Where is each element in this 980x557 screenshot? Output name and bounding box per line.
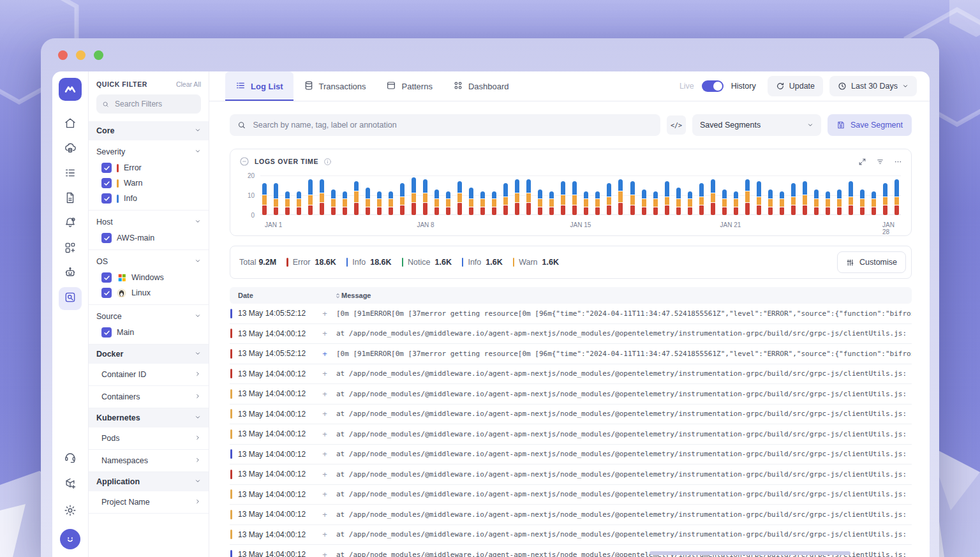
expand-row-button[interactable]: + bbox=[313, 470, 336, 479]
filter-subsection-header[interactable]: OS bbox=[96, 256, 201, 270]
chart-filter-icon[interactable] bbox=[876, 158, 884, 166]
save-segment-button[interactable]: Save Segment bbox=[828, 114, 912, 136]
live-history-toggle[interactable] bbox=[702, 80, 724, 92]
nav-home[interactable] bbox=[59, 113, 82, 136]
sort-icon[interactable] bbox=[334, 292, 341, 299]
chart-bar[interactable] bbox=[274, 183, 278, 215]
chart-bar[interactable] bbox=[653, 191, 658, 215]
chart-bar[interactable] bbox=[803, 181, 807, 215]
filter-option-windows[interactable]: Windows bbox=[96, 270, 201, 285]
chart-bar[interactable] bbox=[676, 188, 681, 215]
filter-option-info[interactable]: Info bbox=[96, 191, 201, 206]
filter-option-linux[interactable]: Linux bbox=[96, 285, 201, 301]
chart-bar[interactable] bbox=[642, 189, 646, 215]
nav-integrations[interactable] bbox=[59, 473, 82, 496]
chart-bar[interactable] bbox=[688, 191, 692, 215]
nav-assistant-bot[interactable] bbox=[59, 262, 82, 285]
filter-link-container-id[interactable]: Container ID bbox=[89, 364, 209, 386]
chart-bar[interactable] bbox=[837, 189, 842, 215]
filter-group-docker[interactable]: Docker bbox=[89, 345, 209, 364]
log-row[interactable]: 13 May 14:05:52:12+[0m [91mERROR[0m [37m… bbox=[230, 344, 912, 364]
checkbox-checked[interactable] bbox=[101, 288, 112, 298]
chart-bar[interactable] bbox=[400, 183, 405, 215]
filter-link-project-name[interactable]: Project Name bbox=[89, 491, 209, 514]
checkbox-checked[interactable] bbox=[101, 272, 112, 283]
checkbox-checked[interactable] bbox=[101, 233, 112, 243]
chart-bar[interactable] bbox=[814, 189, 819, 215]
nav-log-search[interactable] bbox=[59, 287, 82, 310]
expand-row-button[interactable]: + bbox=[313, 510, 336, 519]
chart-bar[interactable] bbox=[711, 179, 715, 215]
checkbox-checked[interactable] bbox=[101, 178, 112, 188]
filter-option-aws-main[interactable]: AWS-main bbox=[96, 230, 201, 246]
chart-bar[interactable] bbox=[895, 179, 899, 215]
chart-bar[interactable] bbox=[584, 191, 588, 215]
checkbox-checked[interactable] bbox=[101, 163, 112, 173]
log-row[interactable]: 13 May 14:04:00:12+at /app/node_modules/… bbox=[230, 364, 912, 385]
chart-bar[interactable] bbox=[446, 191, 450, 215]
nav-dashboards[interactable] bbox=[59, 237, 82, 260]
expand-row-button[interactable]: + bbox=[313, 369, 336, 378]
expand-row-button[interactable]: + bbox=[313, 409, 336, 419]
chart-bar[interactable] bbox=[768, 189, 773, 215]
chart-bar[interactable] bbox=[757, 181, 761, 215]
expand-row-button[interactable]: + bbox=[313, 349, 336, 359]
chart-bar[interactable] bbox=[595, 191, 600, 215]
chart-more-icon[interactable] bbox=[894, 158, 902, 166]
nav-support-headset[interactable] bbox=[59, 447, 82, 470]
chart-bar[interactable] bbox=[561, 181, 565, 215]
log-row[interactable]: 13 May 14:04:00:12+at /app/node_modules/… bbox=[230, 405, 912, 425]
chart-bar[interactable] bbox=[297, 191, 301, 215]
chart-bar[interactable] bbox=[480, 191, 485, 215]
chart-bar[interactable] bbox=[872, 191, 876, 215]
chart-bar[interactable] bbox=[377, 191, 382, 215]
minimize-window-button[interactable] bbox=[76, 50, 85, 60]
middleware-logo[interactable] bbox=[59, 78, 82, 101]
expand-row-button[interactable]: + bbox=[313, 389, 336, 399]
nav-reports[interactable] bbox=[59, 188, 82, 211]
chart-bar[interactable] bbox=[492, 191, 496, 215]
log-row[interactable]: 13 May 14:04:00:12+at /app/node_modules/… bbox=[230, 384, 912, 405]
info-icon[interactable] bbox=[323, 158, 332, 166]
filter-link-pods[interactable]: Pods bbox=[89, 427, 209, 450]
chart-bar[interactable] bbox=[699, 183, 704, 215]
collapse-icon[interactable] bbox=[239, 156, 249, 167]
zoom-window-button[interactable] bbox=[94, 50, 103, 60]
chart-bar[interactable] bbox=[849, 181, 853, 215]
log-row[interactable]: 13 May 14:04:00:12+at /app/node_modules/… bbox=[230, 485, 912, 505]
nav-settings[interactable] bbox=[59, 500, 82, 523]
tab-log-list[interactable]: Log List bbox=[225, 71, 293, 101]
filter-subsection-header[interactable]: Source bbox=[96, 311, 201, 325]
user-avatar[interactable] bbox=[60, 529, 80, 549]
chart-bar[interactable] bbox=[665, 181, 669, 215]
log-row[interactable]: 13 May 14:04:00:12+at /app/node_modules/… bbox=[230, 424, 912, 445]
log-row[interactable]: 13 May 14:04:00:12+at /app/node_modules/… bbox=[230, 505, 912, 525]
chart-bar[interactable] bbox=[354, 181, 359, 215]
log-row[interactable]: 13 May 14:04:00:12+at /app/node_modules/… bbox=[230, 525, 912, 546]
filter-link-namespaces[interactable]: Namespaces bbox=[89, 450, 209, 472]
tab-transactions[interactable]: Transactions bbox=[293, 71, 376, 101]
chart-bar[interactable] bbox=[343, 191, 347, 215]
filter-subsection-header[interactable]: Host bbox=[96, 216, 201, 230]
filter-option-main[interactable]: Main bbox=[96, 325, 201, 340]
chart-bar[interactable] bbox=[423, 179, 427, 215]
log-row[interactable]: 13 May 14:04:00:12+at /app/node_modules/… bbox=[230, 445, 912, 465]
chart-bar[interactable] bbox=[538, 189, 542, 215]
update-button[interactable]: Update bbox=[768, 76, 823, 96]
filter-group-application[interactable]: Application bbox=[89, 472, 209, 491]
filter-option-error[interactable]: Error bbox=[96, 160, 201, 175]
checkbox-checked[interactable] bbox=[101, 327, 112, 338]
close-window-button[interactable] bbox=[58, 50, 68, 60]
chart-bar[interactable] bbox=[366, 188, 370, 215]
customise-button[interactable]: Customise bbox=[837, 251, 906, 273]
chart-bar[interactable] bbox=[734, 191, 738, 215]
chart-bar[interactable] bbox=[412, 177, 416, 215]
tab-dashboard[interactable]: Dashboard bbox=[443, 71, 519, 101]
chart-bar[interactable] bbox=[515, 179, 519, 215]
nav-infrastructure[interactable] bbox=[59, 138, 82, 161]
nav-alerts[interactable] bbox=[59, 212, 82, 235]
chart-bar[interactable] bbox=[389, 191, 393, 215]
expand-row-button[interactable]: + bbox=[313, 530, 336, 539]
expand-row-button[interactable]: + bbox=[313, 550, 336, 557]
log-search-input[interactable] bbox=[251, 120, 653, 130]
